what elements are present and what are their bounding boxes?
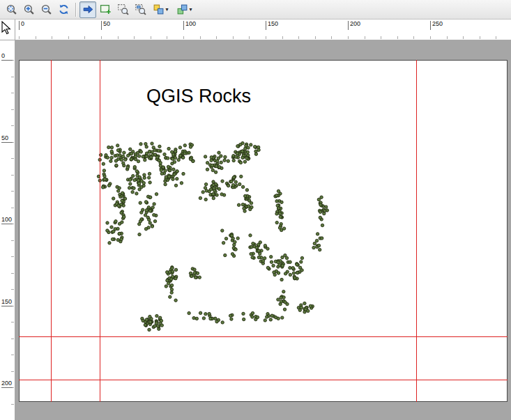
refresh-icon xyxy=(58,3,70,15)
ruler-label: 150 xyxy=(1,298,12,305)
ruler-minor-tick xyxy=(282,36,283,39)
ruler-minor-tick xyxy=(101,36,102,39)
dropdown-arrow-icon: ▾ xyxy=(189,7,192,13)
add-new-map-button[interactable] xyxy=(97,1,114,18)
ruler-minor-tick xyxy=(480,36,480,39)
ruler-minor-tick xyxy=(381,36,381,39)
ruler-minor-tick xyxy=(11,125,14,126)
ruler-tick xyxy=(1,60,13,61)
ruler-tick xyxy=(1,142,13,143)
ruler-minor-tick xyxy=(397,36,398,39)
ruler-corner xyxy=(0,20,15,40)
ruler-tick xyxy=(430,21,431,30)
ruler-minor-tick xyxy=(134,36,135,39)
map-item[interactable] xyxy=(20,61,508,403)
ruler-minor-tick xyxy=(266,36,266,39)
ruler-minor-tick xyxy=(11,355,14,355)
ruler-minor-tick xyxy=(11,322,14,322)
ruler-label: 100 xyxy=(185,20,196,27)
ruler-minor-tick xyxy=(249,36,250,39)
toolbar-separator xyxy=(75,3,76,17)
ruler-minor-tick xyxy=(183,36,184,39)
ruler-tick xyxy=(183,21,184,30)
ruler-minor-tick xyxy=(84,36,85,39)
ruler-label: 200 xyxy=(350,20,360,27)
guide-vertical[interactable] xyxy=(416,60,417,402)
guide-horizontal[interactable] xyxy=(19,380,508,380)
zoom-to-item-button[interactable] xyxy=(114,1,131,18)
guide-vertical[interactable] xyxy=(100,60,100,402)
ruler-minor-tick xyxy=(11,191,14,192)
ruler-minor-tick xyxy=(11,273,14,274)
ruler-label: 150 xyxy=(268,20,278,27)
ruler-minor-tick xyxy=(365,36,365,39)
page[interactable]: QGIS Rocks xyxy=(19,60,508,402)
ruler-label: 50 xyxy=(103,20,110,27)
ruler-minor-tick xyxy=(11,77,14,77)
ruler-minor-tick xyxy=(447,36,448,39)
ruler-minor-tick xyxy=(68,36,69,39)
ruler-label: 250 xyxy=(432,20,443,27)
zoom-to-selection-button[interactable] xyxy=(132,1,148,18)
composer-canvas[interactable]: QGIS Rocks xyxy=(15,40,511,420)
zoom-in-icon xyxy=(23,3,35,15)
ruler-minor-tick xyxy=(11,339,14,339)
zoom-full-icon xyxy=(6,3,17,15)
ruler-minor-tick xyxy=(11,371,14,372)
zoom-out-button[interactable] xyxy=(38,1,54,18)
ruler-tick xyxy=(266,21,266,30)
ruler-label: 200 xyxy=(1,380,12,387)
ruler-minor-tick xyxy=(413,36,414,39)
zoom-full-button[interactable] xyxy=(3,1,20,18)
toolbar: ▾ ▾ xyxy=(0,0,511,20)
ruler-tick xyxy=(101,21,102,30)
horizontal-ruler[interactable]: 050100150200250 xyxy=(15,20,511,40)
ruler-label: 0 xyxy=(21,20,24,27)
zoom-to-item-icon xyxy=(117,3,129,15)
raise-items-button[interactable]: ▾ xyxy=(149,1,172,18)
ruler-tick xyxy=(348,21,349,30)
map-title-label[interactable]: QGIS Rocks xyxy=(146,86,251,107)
ruler-minor-tick xyxy=(11,240,14,241)
ruler-minor-tick xyxy=(11,158,14,159)
ruler-minor-tick xyxy=(151,36,151,39)
move-item-content-icon xyxy=(82,3,94,15)
ruler-minor-tick xyxy=(11,208,14,208)
ruler-tick xyxy=(1,306,13,306)
dropdown-arrow-icon: ▾ xyxy=(165,7,168,13)
ruler-minor-tick xyxy=(233,36,234,39)
ruler-label: 100 xyxy=(1,216,12,223)
ruler-minor-tick xyxy=(463,36,464,39)
move-item-content-button[interactable] xyxy=(79,1,96,18)
ruler-minor-tick xyxy=(298,36,299,39)
zoom-to-selection-icon xyxy=(135,3,146,15)
ruler-tick xyxy=(19,21,20,30)
ruler-minor-tick xyxy=(348,36,349,39)
zoom-in-button[interactable] xyxy=(20,1,37,18)
vertical-ruler[interactable]: 050100150200 xyxy=(0,40,15,420)
ruler-minor-tick xyxy=(315,36,316,39)
raise-items-icon xyxy=(153,3,165,15)
ruler-minor-tick xyxy=(36,36,36,39)
ruler-minor-tick xyxy=(216,36,217,39)
ruler-minor-tick xyxy=(167,36,167,39)
ruler-minor-tick xyxy=(11,289,14,290)
ruler-minor-tick xyxy=(331,36,332,39)
ruler-minor-tick xyxy=(19,36,20,39)
zoom-out-icon xyxy=(40,3,52,15)
ruler-minor-tick xyxy=(200,36,201,39)
guide-horizontal[interactable] xyxy=(19,336,508,337)
ruler-minor-tick xyxy=(11,404,14,405)
ruler-minor-tick xyxy=(496,36,496,39)
align-items-icon xyxy=(176,3,188,15)
ruler-label: 50 xyxy=(1,134,8,141)
align-items-button[interactable]: ▾ xyxy=(173,1,196,18)
ruler-tick xyxy=(1,224,13,224)
mouse-cursor xyxy=(1,21,13,38)
ruler-tick xyxy=(1,387,13,388)
ruler-minor-tick xyxy=(118,36,119,39)
refresh-button[interactable] xyxy=(55,1,72,18)
guide-vertical[interactable] xyxy=(51,60,52,402)
ruler-minor-tick xyxy=(11,93,14,93)
ruler-minor-tick xyxy=(430,36,431,39)
